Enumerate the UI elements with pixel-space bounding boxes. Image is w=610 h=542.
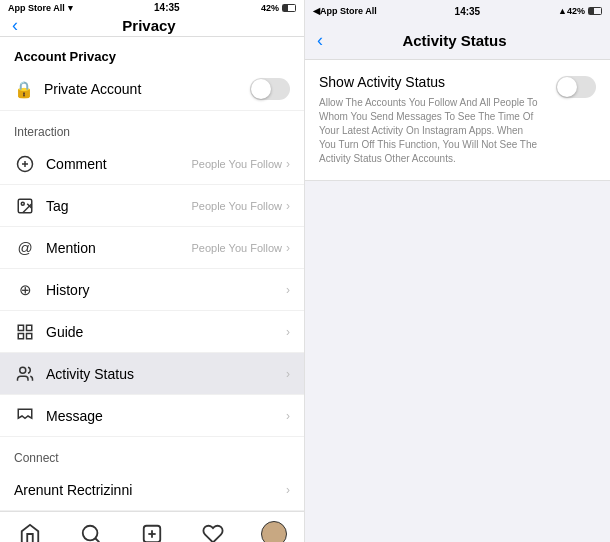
left-battery-icon [282,4,296,12]
history-icon: ⊕ [14,279,36,301]
right-battery-indicator [588,7,602,15]
toggle-knob [251,79,271,99]
guide-chevron: › [286,325,290,339]
svg-rect-9 [18,333,23,338]
comment-label: Comment [46,156,191,172]
activity-status-card: Show Activity Status Allow The Accounts … [305,60,610,181]
activity-status-chevron: › [286,367,290,381]
left-status-right: 42% [261,3,296,13]
connect-header: Connect [0,437,304,469]
home-tab[interactable] [8,512,52,542]
mention-chevron: › [286,241,290,255]
right-panel: ◀App Store All 14:35 ▲42% ‹ Activity Sta… [305,0,610,542]
left-nav-title: Privacy [26,17,272,34]
profile-avatar [261,521,287,542]
lock-icon: 🔒 [14,80,34,99]
mention-label: Mention [46,240,191,256]
tag-chevron: › [286,199,290,213]
account-privacy-header: Account Privacy [0,37,304,68]
activity-status-row[interactable]: Activity Status › [0,353,304,395]
add-tab[interactable] [130,512,174,542]
left-back-button[interactable]: ‹ [12,15,18,36]
interaction-header: Interaction [0,111,304,143]
activity-toggle-knob [557,77,577,97]
right-time: 14:35 [455,6,481,17]
private-account-label: Private Account [44,81,250,97]
svg-point-13 [83,526,98,541]
activity-status-icon [14,363,36,385]
private-account-toggle[interactable] [250,78,290,100]
comment-value: People You Follow [191,158,282,170]
show-activity-status-label: Show Activity Status [319,74,546,90]
tag-row[interactable]: Tag People You Follow › [0,185,304,227]
activity-status-info: Show Activity Status Allow The Accounts … [319,74,546,166]
right-status-left: ◀App Store All [313,6,377,16]
guide-icon [14,321,36,343]
left-wifi-icon: ▾ [68,3,73,13]
history-row[interactable]: ⊕ History › [0,269,304,311]
history-chevron: › [286,283,290,297]
mention-value: People You Follow [191,242,282,254]
right-status-right: ▲42% [558,6,602,16]
guide-row[interactable]: Guide › [0,311,304,353]
activity-status-label: Activity Status [46,366,286,382]
tag-value: People You Follow [191,200,282,212]
left-battery-pct: 42% [261,3,279,13]
connect-item-row[interactable]: Arenunt Rectrizinni › [0,469,304,511]
history-label: History [46,282,286,298]
left-panel: App Store All ▾ 14:35 42% ‹ Privacy Acco… [0,0,305,542]
activity-status-toggle[interactable] [556,76,596,98]
right-nav-bar: ‹ Activity Status [305,22,610,60]
tag-label: Tag [46,198,191,214]
message-label: Message [46,408,286,424]
left-time: 14:35 [154,2,180,13]
svg-point-11 [20,367,26,373]
message-row[interactable]: Message › [0,395,304,437]
comment-chevron: › [286,157,290,171]
comment-row[interactable]: Comment People You Follow › [0,143,304,185]
right-nav-title: Activity Status [331,32,578,49]
svg-rect-10 [27,333,32,338]
left-status-left: App Store All ▾ [8,3,73,13]
svg-rect-8 [27,325,32,330]
svg-marker-12 [18,409,32,418]
likes-tab[interactable] [191,512,235,542]
right-status-bar: ◀App Store All 14:35 ▲42% [305,0,610,22]
svg-rect-7 [18,325,23,330]
comment-icon [14,153,36,175]
message-icon [14,405,36,427]
connect-chevron: › [286,483,290,497]
connect-item-label: Arenunt Rectrizinni [14,482,286,498]
left-status-bar: App Store All ▾ 14:35 42% [0,0,304,15]
svg-line-14 [95,538,99,542]
svg-point-4 [21,202,24,205]
tab-bar [0,511,304,542]
private-account-row[interactable]: 🔒 Private Account [0,68,304,111]
tag-icon [14,195,36,217]
right-app-store-label: ◀App Store All [313,6,377,16]
guide-label: Guide [46,324,286,340]
message-chevron: › [286,409,290,423]
left-app-store-label: App Store All [8,3,65,13]
mention-row[interactable]: @ Mention People You Follow › [0,227,304,269]
activity-description: Allow The Accounts You Follow And All Pe… [319,96,539,166]
search-tab[interactable] [69,512,113,542]
mention-icon: @ [14,237,36,259]
left-nav-bar: ‹ Privacy [0,15,304,37]
profile-tab[interactable] [252,512,296,542]
right-back-button[interactable]: ‹ [317,30,323,51]
right-battery-icon: ▲42% [558,6,585,16]
